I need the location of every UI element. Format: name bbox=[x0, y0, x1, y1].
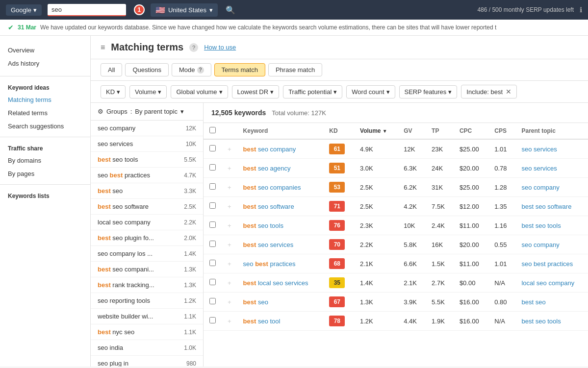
groups-header[interactable]: ⚙ Groups: By parent topic ▾ bbox=[91, 103, 203, 121]
list-item[interactable]: seo company los ... 1.4K bbox=[91, 246, 203, 262]
row-checkbox-cell bbox=[204, 197, 222, 216]
keyword-link[interactable]: best seo agency bbox=[243, 165, 291, 172]
filter-kd[interactable]: KD ▾ bbox=[101, 85, 126, 98]
row-checkbox[interactable] bbox=[209, 260, 216, 266]
list-item[interactable]: seo india 1.0K bbox=[91, 340, 203, 356]
row-add-cell[interactable]: + bbox=[222, 312, 237, 331]
keyword-link[interactable]: best seo services bbox=[243, 241, 294, 248]
th-kd[interactable]: KD bbox=[323, 123, 354, 139]
chip-close-button[interactable]: ✕ bbox=[506, 88, 511, 96]
sidebar-item-by-domains[interactable]: By domains bbox=[0, 154, 90, 167]
row-add-cell[interactable]: + bbox=[222, 254, 237, 273]
row-add-cell[interactable]: + bbox=[222, 139, 237, 159]
how-to-use-link[interactable]: How to use bbox=[204, 44, 236, 51]
row-gv: 5.8K bbox=[398, 235, 426, 254]
keyword-link[interactable]: best seo tools bbox=[243, 222, 283, 229]
sidebar-item-related-terms[interactable]: Related terms bbox=[0, 106, 90, 120]
keyword-link[interactable]: best seo software bbox=[243, 203, 294, 210]
parent-topic-link[interactable]: seo company bbox=[521, 241, 559, 248]
sidebar-item-search-suggestions[interactable]: Search suggestions bbox=[0, 120, 90, 133]
country-selector-button[interactable]: 🇺🇸 United States ▾ bbox=[151, 3, 218, 17]
keyword-link[interactable]: seo best practices bbox=[243, 260, 296, 268]
keyword-link[interactable]: best seo tool bbox=[243, 318, 281, 325]
search-button[interactable]: 🔍 bbox=[224, 3, 237, 17]
list-item[interactable]: seo best practices 4.7K bbox=[91, 168, 203, 183]
list-item[interactable]: website builder wi... 1.1K bbox=[91, 309, 203, 324]
list-item[interactable]: best nyc seo 1.1K bbox=[91, 324, 203, 340]
row-checkbox[interactable] bbox=[209, 317, 216, 323]
list-item[interactable]: best seo plugin fo... 2.0K bbox=[91, 230, 203, 246]
tab-terms-match[interactable]: Terms match bbox=[214, 63, 265, 76]
row-add-cell[interactable]: + bbox=[222, 273, 237, 293]
row-checkbox[interactable] bbox=[209, 241, 216, 247]
list-item[interactable]: best seo software 2.5K bbox=[91, 199, 203, 215]
keyword-link[interactable]: best local seo services bbox=[243, 279, 308, 287]
row-parent-topic: local seo company bbox=[515, 273, 588, 293]
sidebar-item-ads-history[interactable]: Ads history bbox=[0, 57, 90, 70]
row-add-cell[interactable]: + bbox=[222, 178, 237, 197]
sidebar-item-matching-terms[interactable]: Matching terms bbox=[0, 93, 90, 106]
keyword-link[interactable]: best seo companies bbox=[243, 184, 301, 191]
filter-volume[interactable]: Volume ▾ bbox=[129, 85, 167, 98]
row-add-cell[interactable]: + bbox=[222, 197, 237, 216]
tab-phrase-match[interactable]: Phrase match bbox=[268, 63, 322, 76]
list-item[interactable]: best seo 3.3K bbox=[91, 183, 203, 199]
row-checkbox[interactable] bbox=[209, 221, 216, 228]
google-dropdown-button[interactable]: Google ▾ bbox=[6, 4, 42, 16]
list-item[interactable]: local seo company 2.2K bbox=[91, 215, 203, 230]
row-add-cell[interactable]: + bbox=[222, 235, 237, 254]
row-checkbox-cell bbox=[204, 235, 222, 254]
sidebar-item-by-pages[interactable]: By pages bbox=[0, 167, 90, 180]
row-checkbox[interactable] bbox=[209, 145, 216, 151]
parent-topic-link[interactable]: best seo tools bbox=[521, 222, 561, 229]
th-cps[interactable]: CPS bbox=[488, 123, 515, 139]
parent-topic-link[interactable]: seo company bbox=[521, 184, 559, 191]
filter-serp-features[interactable]: SERP features ▾ bbox=[399, 85, 458, 98]
list-item[interactable]: seo plug in 980 bbox=[91, 356, 203, 367]
th-cpc[interactable]: CPC bbox=[454, 123, 488, 139]
sidebar-item-overview[interactable]: Overview bbox=[0, 44, 90, 57]
select-all-checkbox[interactable] bbox=[209, 127, 216, 133]
row-checkbox[interactable] bbox=[209, 183, 216, 190]
row-checkbox[interactable] bbox=[209, 202, 216, 209]
parent-topic-link[interactable]: best seo tools bbox=[521, 318, 561, 325]
parent-topic-link[interactable]: local seo company bbox=[521, 279, 574, 287]
notification-badge[interactable]: 1 bbox=[134, 4, 145, 15]
row-add-cell[interactable]: + bbox=[222, 293, 237, 312]
list-item[interactable]: best rank tracking... 1.3K bbox=[91, 277, 203, 293]
search-input[interactable] bbox=[48, 4, 126, 16]
parent-topic-link[interactable]: best seo bbox=[521, 298, 545, 306]
list-item[interactable]: best seo compani... 1.3K bbox=[91, 262, 203, 277]
th-volume[interactable]: Volume ▼ bbox=[354, 123, 398, 139]
row-checkbox[interactable] bbox=[209, 298, 216, 304]
tab-all[interactable]: All bbox=[101, 63, 122, 76]
parent-topic-link[interactable]: best seo software bbox=[521, 203, 571, 210]
list-item[interactable]: best seo tools 5.5K bbox=[91, 152, 203, 168]
filter-word-count[interactable]: Word count ▾ bbox=[346, 85, 395, 98]
row-add-cell[interactable]: + bbox=[222, 216, 237, 235]
th-keyword[interactable]: Keyword bbox=[237, 123, 324, 139]
sliders-icon: ⚙ bbox=[98, 108, 103, 115]
list-item[interactable]: seo reporting tools 1.2K bbox=[91, 293, 203, 309]
filter-traffic-potential[interactable]: Traffic potential ▾ bbox=[283, 85, 342, 98]
row-checkbox[interactable] bbox=[209, 164, 216, 171]
filter-lowest-dr[interactable]: Lowest DR ▾ bbox=[232, 85, 280, 98]
parent-topic-link[interactable]: seo services bbox=[521, 165, 557, 172]
parent-topic-link[interactable]: seo services bbox=[521, 146, 557, 153]
filter-global-volume[interactable]: Global volume ▾ bbox=[171, 85, 228, 98]
parent-topic-link[interactable]: seo best practices bbox=[521, 260, 573, 268]
keyword-link[interactable]: best seo company bbox=[243, 146, 296, 153]
row-add-cell[interactable]: + bbox=[222, 159, 237, 178]
list-item[interactable]: seo services 10K bbox=[91, 136, 203, 152]
keyword-link[interactable]: best seo bbox=[243, 298, 268, 306]
help-icon[interactable]: ? bbox=[189, 43, 198, 52]
tab-mode[interactable]: Mode ? bbox=[172, 63, 211, 76]
tab-questions[interactable]: Questions bbox=[125, 63, 169, 76]
row-checkbox[interactable] bbox=[209, 279, 216, 285]
th-gv[interactable]: GV bbox=[398, 123, 426, 139]
help-icon[interactable]: ℹ bbox=[580, 6, 582, 14]
th-parent-topic[interactable]: Parent topic bbox=[515, 123, 588, 139]
th-tp[interactable]: TP bbox=[426, 123, 454, 139]
hamburger-icon[interactable]: ≡ bbox=[101, 43, 105, 52]
list-item[interactable]: seo company 12K bbox=[91, 121, 203, 136]
